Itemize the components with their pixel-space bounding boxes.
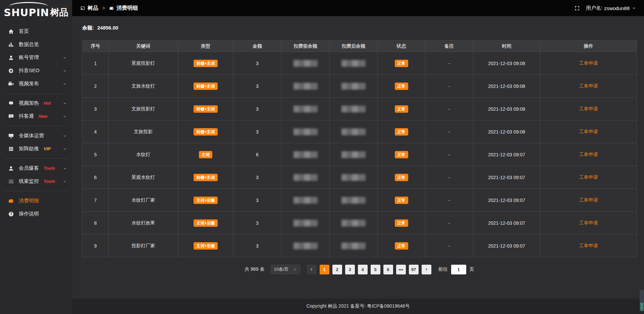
chevron-down-icon xyxy=(63,166,67,170)
page-button-6[interactable]: 6 xyxy=(383,265,393,274)
cell-remark: - xyxy=(425,143,473,166)
app-logo: SHUPIN 树品 xyxy=(0,0,72,21)
page-size-select[interactable]: 10条/页 xyxy=(270,264,301,274)
sidebar-item-label: 全媒体运营 xyxy=(19,133,44,139)
breadcrumb-root[interactable]: 树品 xyxy=(88,5,98,12)
cell-type: 前缀+主词 xyxy=(178,75,233,98)
cell-action: 工单申请 xyxy=(540,52,637,75)
cell-balance-before xyxy=(281,75,330,98)
work-order-link[interactable]: 工单申请 xyxy=(579,174,598,180)
page-button-3[interactable]: 3 xyxy=(345,265,355,274)
goto-page-input[interactable] xyxy=(451,265,466,274)
cell-remark: - xyxy=(425,120,473,143)
page-button-5[interactable]: 5 xyxy=(371,265,380,274)
cell-keyword: 文旅水纹灯 xyxy=(109,75,178,98)
sidebar-menu: 首页数据总览账号管理抖音SEO视频发布视频加热Hot抖客通New全媒体运营矩阵助… xyxy=(0,21,72,220)
work-order-link[interactable]: 工单申请 xyxy=(579,152,598,157)
sidebar-item-video-heat[interactable]: 视频加热Hot xyxy=(0,97,72,110)
sidebar-item-media-operation[interactable]: 全媒体运营 xyxy=(0,129,72,142)
work-order-link[interactable]: 工单申请 xyxy=(579,83,598,89)
column-header: 状态 xyxy=(378,41,425,52)
floating-widget[interactable] xyxy=(640,290,644,311)
sidebar-item-doukertong[interactable]: 抖客通New xyxy=(0,110,72,123)
cell-balance-after xyxy=(330,234,378,257)
svg-text:?: ? xyxy=(10,212,12,216)
cell-balance-after xyxy=(330,143,378,166)
breadcrumb-current: 消费明细 xyxy=(116,5,138,12)
work-order-link[interactable]: 工单申请 xyxy=(579,243,598,248)
column-header: 类型 xyxy=(178,41,233,52)
cell-index: 7 xyxy=(83,189,109,212)
column-header: 扣费后余额 xyxy=(330,41,378,52)
cell-action: 工单申请 xyxy=(540,212,637,234)
status-badge: 正常 xyxy=(395,197,408,204)
page-button-97[interactable]: 97 xyxy=(409,265,419,274)
page-button-2[interactable]: 2 xyxy=(332,265,342,274)
work-order-link[interactable]: 工单申请 xyxy=(579,106,598,111)
username-label: 用户名: xyxy=(586,5,602,11)
panel-icon xyxy=(80,6,85,11)
cell-action: 工单申请 xyxy=(540,189,637,212)
type-badge: 主词+后缀 xyxy=(194,197,217,204)
masked-balance-before xyxy=(293,60,318,67)
cell-status: 正常 xyxy=(378,189,425,212)
sidebar-item-douyin-seo[interactable]: 抖音SEO xyxy=(0,64,72,77)
masked-balance-after xyxy=(341,174,366,181)
sidebar-divider xyxy=(5,158,67,159)
fullscreen-icon[interactable] xyxy=(574,5,580,11)
cell-balance-before xyxy=(281,52,330,75)
type-badge: 主词 xyxy=(199,151,212,158)
table-row: 5水纹灯主词6正常-2021-12-03 09:07工单申请 xyxy=(83,143,637,166)
cell-amount: 6 xyxy=(233,143,281,166)
home-icon xyxy=(8,29,14,35)
column-header: 金额 xyxy=(233,41,281,52)
pagination-total: 共 969 条 xyxy=(245,266,264,272)
cell-amount: 3 xyxy=(233,120,281,143)
sidebar-item-help[interactable]: ?操作说明 xyxy=(0,207,72,220)
cell-time: 2021-12-03 09:08 xyxy=(473,120,540,143)
chat-bubble-icon xyxy=(8,113,14,119)
gear-icon xyxy=(8,68,14,74)
sidebar-item-account-manage[interactable]: 账号管理 xyxy=(0,51,72,64)
breadcrumb-separator: > xyxy=(102,5,105,11)
sidebar-item-video-publish[interactable]: 视频发布 xyxy=(0,77,72,90)
cell-keyword: 文旅投影 xyxy=(109,120,178,143)
sidebar-item-leads-monitor[interactable]: 线索监控Tools xyxy=(0,175,72,188)
sidebar-item-data-overview[interactable]: 数据总览 xyxy=(0,38,72,51)
cell-time: 2021-12-03 09:08 xyxy=(473,75,540,98)
sidebar-item-member-burst[interactable]: 会员爆客Tools xyxy=(0,162,72,175)
cell-remark: - xyxy=(425,234,473,257)
cell-status: 正常 xyxy=(378,212,425,234)
chevron-left-icon xyxy=(310,267,314,271)
table-row: 8水纹灯效果主词+后缀3正常-2021-12-03 09:07工单申请 xyxy=(83,212,637,234)
type-badge: 前缀+主词 xyxy=(194,128,217,136)
column-header: 时间 xyxy=(473,41,540,52)
work-order-link[interactable]: 工单申请 xyxy=(579,60,598,66)
copyright-text: Copyright 树品 2021 备案号: 粤ICP备09019646号 xyxy=(306,303,410,309)
cell-index: 3 xyxy=(83,98,109,120)
next-page-button[interactable] xyxy=(422,265,431,274)
more-pages-button[interactable]: ••• xyxy=(396,265,406,274)
page-button-4[interactable]: 4 xyxy=(358,265,368,274)
status-badge: 正常 xyxy=(395,105,408,113)
type-badge: 主词+后缀 xyxy=(194,242,217,250)
cell-keyword: 水纹灯效果 xyxy=(109,212,178,234)
status-badge: 正常 xyxy=(395,60,408,67)
work-order-link[interactable]: 工单申请 xyxy=(579,220,598,225)
masked-balance-after xyxy=(341,220,366,226)
user-menu[interactable]: 用户名: zswodun88 xyxy=(586,5,636,11)
pagination: 共 969 条 10条/页 123456•••97 前往 页 xyxy=(82,264,637,274)
sidebar-item-consume-detail[interactable]: 消费明细 xyxy=(0,194,72,207)
table-row: 2文旅水纹灯前缀+主词3正常-2021-12-03 09:08工单申请 xyxy=(83,75,637,98)
video-camera-icon xyxy=(8,81,14,87)
cell-amount: 3 xyxy=(233,189,281,212)
prev-page-button[interactable] xyxy=(307,265,317,274)
cell-index: 2 xyxy=(83,75,109,98)
work-order-link[interactable]: 工单申请 xyxy=(579,197,598,203)
work-order-link[interactable]: 工单申请 xyxy=(579,129,598,134)
sidebar-item-home[interactable]: 首页 xyxy=(0,25,72,38)
cell-type: 主词+后缀 xyxy=(178,189,233,212)
page-button-1[interactable]: 1 xyxy=(320,265,329,274)
sidebar-item-matrix-boost[interactable]: 矩阵助推VIP xyxy=(0,142,72,155)
column-header: 序号 xyxy=(83,41,109,52)
